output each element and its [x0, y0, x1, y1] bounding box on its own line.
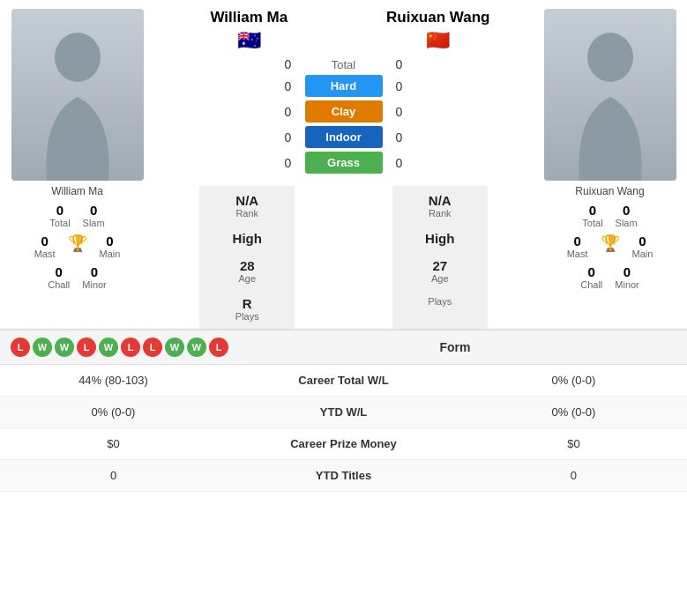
stats-center-3: YTD Titles: [227, 460, 460, 492]
right-age-row: 27 Age: [431, 258, 449, 284]
stats-center-1: YTD W/L: [227, 397, 460, 428]
left-flag: 🇦🇺: [237, 29, 261, 52]
form-badge-l: L: [143, 338, 162, 357]
svg-point-1: [587, 33, 633, 82]
right-info-panel: N/A Rank High 27 Age Plays: [392, 186, 488, 329]
right-trophy-icon: 🏆: [601, 234, 620, 259]
grass-score-row: 0 Grass 0: [154, 152, 533, 174]
left-player-stats-top: 0 Total 0 Slam: [49, 203, 104, 228]
form-badge-w: W: [33, 338, 52, 357]
left-player-stats-mid: 0 Mast 🏆 0 Main: [34, 234, 121, 259]
left-trophy-icon: 🏆: [68, 234, 87, 259]
clay-score-row: 0 Clay 0: [154, 100, 533, 122]
right-slam-stat: 0 Slam: [616, 203, 638, 228]
stats-right-0: 0% (0-0): [460, 365, 687, 397]
right-total-stat: 0 Total: [582, 203, 602, 228]
indoor-score-row: 0 Indoor 0: [154, 126, 533, 148]
hard-score-row: 0 Hard 0: [154, 75, 533, 97]
form-badge-w: W: [99, 338, 118, 357]
player-comparison: William Ma 0 Total 0 Slam 0 Mast 🏆: [0, 0, 687, 329]
form-section: LWWLWLLWWL Form: [0, 330, 687, 364]
form-badge-l: L: [209, 338, 228, 357]
right-chall-stat: 0 Chall: [580, 264, 602, 290]
right-main-stat: 0 Main: [632, 234, 653, 259]
right-player-photo: [544, 9, 676, 181]
info-panels-row: N/A Rank High 28 Age R Plays: [154, 181, 533, 329]
left-player: William Ma 0 Total 0 Slam 0 Mast 🏆: [0, 9, 154, 329]
form-badge-w: W: [55, 338, 74, 357]
form-badge-l: L: [77, 338, 96, 357]
left-chall-stat: 0 Chall: [48, 264, 70, 290]
left-slam-stat: 0 Slam: [83, 203, 105, 228]
right-player-stats-mid: 0 Mast 🏆 0 Main: [567, 234, 653, 259]
left-age-row: 28 Age: [238, 258, 256, 284]
right-level-row: High: [425, 231, 454, 246]
right-minor-stat: 0 Minor: [615, 264, 639, 290]
form-badges: LWWLWLLWWL: [11, 338, 228, 357]
left-level-row: High: [233, 231, 262, 246]
names-top-row: William Ma 🇦🇺 Ruixuan Wang 🇨🇳: [154, 9, 533, 52]
right-player-name-label: Ruixuan Wang: [575, 185, 644, 197]
left-mast-stat: 0 Mast: [34, 234, 56, 259]
stats-left-2: $0: [0, 428, 227, 460]
center-comparison: William Ma 🇦🇺 Ruixuan Wang 🇨🇳 0 Total 0 …: [154, 9, 533, 329]
right-player-stats-top: 0 Total 0 Slam: [582, 203, 637, 228]
stats-center-2: Career Prize Money: [227, 428, 460, 460]
stats-left-3: 0: [0, 460, 227, 492]
right-rank-row: N/A Rank: [429, 193, 452, 219]
stats-row-0: 44% (80-103)Career Total W/L0% (0-0): [0, 365, 687, 397]
stats-row-2: $0Career Prize Money$0: [0, 428, 687, 460]
form-badge-l: L: [11, 338, 30, 357]
right-big-name: Ruixuan Wang: [386, 9, 489, 26]
stats-left-0: 44% (80-103): [0, 365, 227, 397]
stats-table: 44% (80-103)Career Total W/L0% (0-0)0% (…: [0, 365, 687, 492]
right-player-stats-bot: 0 Chall 0 Minor: [580, 264, 639, 290]
left-total-stat: 0 Total: [49, 203, 70, 228]
left-minor-stat: 0 Minor: [82, 264, 107, 290]
right-name-block: Ruixuan Wang 🇨🇳: [344, 9, 534, 52]
left-player-photo: [11, 9, 144, 181]
total-score-row: 0 Total 0: [154, 57, 533, 71]
stats-row-3: 0YTD Titles0: [0, 460, 687, 492]
stats-right-3: 0: [460, 460, 687, 492]
stats-right-1: 0% (0-0): [460, 397, 687, 428]
right-mast-stat: 0 Mast: [567, 234, 588, 259]
left-player-stats-bot: 0 Chall 0 Minor: [48, 264, 107, 290]
stats-center-0: Career Total W/L: [227, 365, 460, 397]
right-plays-row: Plays: [428, 296, 452, 307]
main-container: William Ma 0 Total 0 Slam 0 Mast 🏆: [0, 0, 687, 492]
form-badge-w: W: [165, 338, 184, 357]
left-name-block: William Ma 🇦🇺: [154, 9, 344, 52]
left-main-stat: 0 Main: [100, 234, 121, 259]
right-player: Ruixuan Wang 0 Total 0 Slam 0 Mast 🏆: [533, 9, 687, 329]
left-player-name-label: William Ma: [51, 185, 103, 197]
stats-left-1: 0% (0-0): [0, 397, 227, 428]
svg-point-0: [55, 33, 101, 82]
right-flag: 🇨🇳: [426, 29, 450, 52]
left-plays-row: R Plays: [235, 296, 259, 322]
form-label: Form: [440, 340, 471, 354]
score-section: 0 Total 0 0 Hard 0 0 Clay 0 0 Indoor: [154, 57, 533, 174]
left-rank-row: N/A Rank: [235, 193, 258, 219]
stats-row-1: 0% (0-0)YTD W/L0% (0-0): [0, 397, 687, 428]
left-info-panel: N/A Rank High 28 Age R Plays: [199, 186, 295, 329]
form-badge-w: W: [187, 338, 206, 357]
stats-right-2: $0: [460, 428, 687, 460]
form-badge-l: L: [121, 338, 140, 357]
left-big-name: William Ma: [210, 9, 287, 26]
